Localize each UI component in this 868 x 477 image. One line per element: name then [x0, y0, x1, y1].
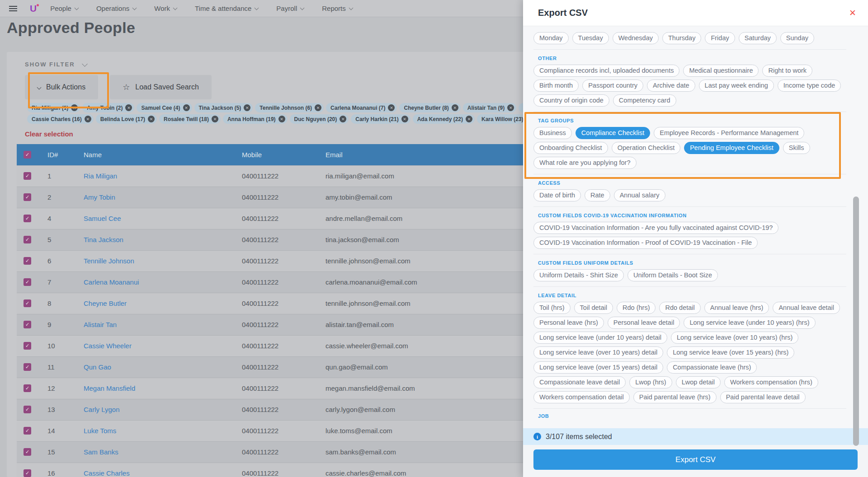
export-field-chip[interactable]: Uniform Details - Boot Size	[627, 269, 718, 281]
row-checkbox[interactable]: ✓	[24, 427, 31, 435]
export-field-chip[interactable]: Long service leave (over 10 years) (hrs)	[671, 332, 798, 344]
export-field-chip[interactable]: Rdo detail	[659, 302, 700, 314]
export-field-chip[interactable]: Workers compensation detail	[533, 391, 630, 403]
export-field-chip[interactable]: Birth month	[533, 80, 579, 92]
row-checkbox[interactable]: ✓	[24, 193, 31, 201]
export-field-chip[interactable]: Toil (hrs)	[533, 302, 571, 314]
row-checkbox[interactable]: ✓	[24, 406, 31, 413]
export-field-chip[interactable]: Paid parental leave detail	[720, 391, 806, 403]
export-csv-button[interactable]: Export CSV	[533, 449, 858, 470]
export-field-chip[interactable]: Toil detail	[574, 302, 613, 314]
export-field-chip[interactable]: Paid parental leave (hrs)	[633, 391, 717, 403]
remove-chip-icon[interactable]: ✕	[85, 116, 91, 122]
row-checkbox[interactable]: ✓	[24, 384, 31, 392]
export-field-chip[interactable]: Compassionate leave detail	[533, 376, 626, 388]
export-field-chip[interactable]: Income type code	[778, 80, 841, 92]
row-checkbox[interactable]: ✓	[24, 278, 31, 286]
export-field-chip[interactable]: Medical questionnaire	[683, 65, 759, 77]
remove-chip-icon[interactable]: ✕	[278, 116, 285, 122]
export-field-chip[interactable]: Archive date	[647, 80, 695, 92]
person-name-link[interactable]: Carly Lygon	[84, 406, 119, 413]
export-field-chip[interactable]: Compliance Checklist	[576, 127, 650, 139]
row-checkbox[interactable]: ✓	[24, 215, 31, 222]
export-field-chip[interactable]: Wednesday	[613, 32, 659, 44]
export-field-chip[interactable]: Country of origin code	[533, 94, 609, 107]
remove-chip-icon[interactable]: ✕	[125, 104, 132, 111]
remove-chip-icon[interactable]: ✕	[340, 116, 346, 122]
export-field-chip[interactable]: Saturday	[739, 32, 777, 44]
remove-chip-icon[interactable]: ✕	[212, 116, 218, 122]
export-field-chip[interactable]: Friday	[705, 32, 735, 44]
person-name-link[interactable]: Cassie Charles	[84, 469, 130, 477]
export-field-chip[interactable]: Employee Records - Performance Managemen…	[654, 127, 804, 139]
person-name-link[interactable]: Cheyne Butler	[84, 299, 127, 307]
export-field-chip[interactable]: Thursday	[662, 32, 701, 44]
export-field-chip[interactable]: Right to work	[762, 65, 812, 77]
drawer-scrollbar[interactable]	[853, 196, 859, 446]
export-field-chip[interactable]: Annual leave (hrs)	[704, 302, 769, 314]
person-name-link[interactable]: Tennille Johnson	[84, 257, 134, 265]
export-field-chip[interactable]: Rate	[585, 189, 610, 201]
nav-item[interactable]: Operations	[96, 5, 136, 12]
brand-logo[interactable]: U	[30, 3, 37, 14]
close-icon[interactable]: ✕	[849, 8, 856, 18]
nav-item[interactable]: People	[50, 5, 78, 12]
select-all-checkbox[interactable]: ✓	[24, 151, 31, 159]
row-checkbox[interactable]: ✓	[24, 363, 31, 371]
person-name-link[interactable]: Alistair Tan	[84, 321, 117, 328]
export-field-chip[interactable]: Long service leave (over 10 years) detai…	[533, 346, 663, 359]
remove-chip-icon[interactable]: ✕	[401, 116, 408, 122]
remove-chip-icon[interactable]: ✕	[71, 104, 78, 111]
row-checkbox[interactable]: ✓	[24, 299, 31, 307]
row-checkbox[interactable]: ✓	[24, 321, 31, 328]
person-name-link[interactable]: Carlena Moananui	[84, 278, 139, 286]
export-field-chip[interactable]: Compliance records incl, uploaded docume…	[533, 65, 679, 77]
load-saved-search-button[interactable]: ☆ Load Saved Search	[110, 75, 212, 99]
export-field-chip[interactable]: Compassionate leave (hrs)	[667, 361, 757, 374]
export-field-chip[interactable]: COVID-19 Vaccination Information - Proof…	[533, 237, 758, 249]
export-field-chip[interactable]: Business	[533, 127, 572, 139]
remove-chip-icon[interactable]: ✕	[466, 116, 472, 122]
row-checkbox[interactable]: ✓	[24, 172, 31, 180]
remove-chip-icon[interactable]: ✕	[507, 104, 514, 111]
export-field-chip[interactable]: Personal leave (hrs)	[533, 317, 604, 329]
export-field-chip[interactable]: Passport country	[582, 80, 643, 92]
export-field-chip[interactable]: Annual leave detail	[773, 302, 840, 314]
remove-chip-icon[interactable]: ✕	[244, 104, 250, 111]
export-field-chip[interactable]: Uniform Details - Shirt Size	[533, 269, 624, 281]
export-field-chip[interactable]: Long service leave (under 10 years) deta…	[533, 332, 667, 344]
bulk-actions-button[interactable]: Bulk Actions	[25, 75, 98, 99]
export-field-chip[interactable]: Pending Employee Checklist	[684, 142, 779, 154]
export-field-chip[interactable]: Long service leave (over 15 years) detai…	[533, 361, 663, 374]
export-field-chip[interactable]: Date of birth	[533, 189, 581, 201]
export-field-chip[interactable]: Long service leave (over 15 years) (hrs)	[667, 346, 794, 359]
export-field-chip[interactable]: Sunday	[780, 32, 814, 44]
export-field-chip[interactable]: Skills	[783, 142, 810, 154]
person-name-link[interactable]: Tina Jackson	[84, 236, 123, 243]
row-checkbox[interactable]: ✓	[24, 448, 31, 456]
person-name-link[interactable]: Amy Tobin	[84, 193, 115, 201]
export-field-chip[interactable]: Onboarding Checklist	[533, 142, 608, 154]
remove-chip-icon[interactable]: ✕	[388, 104, 395, 111]
nav-item[interactable]: Reports	[322, 5, 353, 12]
row-checkbox[interactable]: ✓	[24, 257, 31, 265]
export-field-chip[interactable]: Operation Checklist	[612, 142, 681, 154]
export-field-chip[interactable]: Annual salary	[614, 189, 665, 201]
export-field-chip[interactable]: What role are you applying for?	[533, 157, 637, 169]
person-name-link[interactable]: Qun Gao	[84, 363, 111, 371]
nav-item[interactable]: Work	[154, 5, 177, 12]
nav-item[interactable]: Payroll	[276, 5, 304, 12]
row-checkbox[interactable]: ✓	[24, 469, 31, 477]
export-field-chip[interactable]: Lwop detail	[676, 376, 721, 388]
nav-item[interactable]: Time & attendance	[195, 5, 258, 12]
remove-chip-icon[interactable]: ✕	[452, 104, 458, 111]
export-field-chip[interactable]: Rdo (hrs)	[617, 302, 656, 314]
export-field-chip[interactable]: Long service leave (under 10 years) (hrs…	[684, 317, 815, 329]
remove-chip-icon[interactable]: ✕	[183, 104, 190, 111]
person-name-link[interactable]: Sam Banks	[84, 448, 118, 456]
hamburger-menu-icon[interactable]	[9, 8, 17, 9]
export-field-chip[interactable]: Personal leave detail	[608, 317, 680, 329]
export-field-chip[interactable]: Competency card	[613, 94, 676, 107]
remove-chip-icon[interactable]: ✕	[148, 116, 155, 122]
remove-chip-icon[interactable]: ✕	[315, 104, 321, 111]
